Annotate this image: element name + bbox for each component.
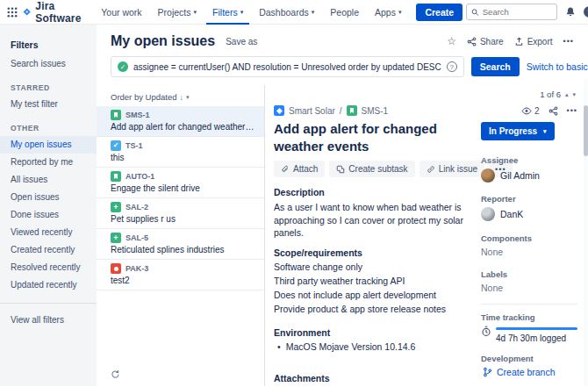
sidebar-item-resolved-recently[interactable]: Resolved recently	[0, 259, 97, 276]
story-icon	[347, 105, 357, 116]
share-button[interactable]: Share	[467, 37, 504, 47]
time-logged: 4d 7h 30m logged	[496, 333, 577, 343]
search-button[interactable]: Search	[471, 57, 520, 76]
chevron-down-icon: ▾	[194, 9, 197, 16]
page-more-icon[interactable]: •••	[563, 37, 574, 46]
chevron-down-icon: ▾	[312, 9, 315, 16]
next-issue-icon[interactable]: ▾	[572, 91, 576, 98]
sidebar-item-search-issues[interactable]: Search issues	[0, 55, 97, 73]
sidebar-item-reported-by-me[interactable]: Reported by me	[0, 154, 97, 171]
scope-heading: Scope/requirements	[274, 247, 474, 258]
git-branch-icon	[483, 367, 492, 377]
vertical-scrollbar[interactable]	[584, 79, 588, 386]
export-icon	[514, 37, 524, 47]
story-icon	[111, 171, 121, 182]
pagination-label: 1 of 6	[540, 90, 561, 99]
story-icon	[111, 110, 121, 120]
filters-sidebar: Filters Search issues STARRED My test fi…	[0, 25, 97, 386]
issue-card-sal-2[interactable]: +SAL-2 Pet supplies r us	[97, 198, 264, 229]
sidebar-item-my-open-issues[interactable]: My open issues	[0, 136, 97, 154]
notifications-icon[interactable]	[565, 6, 576, 18]
query-help-icon[interactable]: ?	[447, 61, 457, 72]
order-by-control[interactable]: Order by Updated ↓ ▾	[97, 90, 264, 106]
nav-people[interactable]: People	[324, 0, 365, 25]
sidebar-item-created-recently[interactable]: Created recently	[0, 241, 97, 259]
reporter-avatar	[481, 207, 495, 221]
export-button[interactable]: Export	[514, 37, 553, 47]
issue-card-sms-1[interactable]: SMS-1 Add app alert for changed weather …	[97, 106, 264, 137]
create-branch-link[interactable]: Create branch	[481, 367, 577, 377]
issue-detail-sidebar: In Progress ▾ Assignee Gil Admin Reporte…	[481, 116, 588, 386]
description-body[interactable]: As a user I want to know when bad weathe…	[274, 201, 474, 240]
nav-dashboards[interactable]: Dashboards▾	[253, 0, 320, 25]
status-dropdown[interactable]: In Progress ▾	[481, 122, 555, 140]
watchers-button[interactable]: 2	[521, 106, 540, 116]
refresh-icon[interactable]	[97, 364, 264, 386]
issue-card-sal-5[interactable]: +SAL-5 Reticulated splines industries	[97, 229, 264, 260]
assignee-value[interactable]: Gil Admin	[481, 168, 577, 183]
scope-item: Does not include app alert development	[274, 290, 474, 301]
nav-apps[interactable]: Apps▾	[369, 0, 407, 25]
sidebar-item-view-all-filters[interactable]: View all filters	[0, 312, 97, 329]
attach-button[interactable]: Attach	[274, 161, 325, 177]
sidebar-item-updated-recently[interactable]: Updated recently	[0, 276, 97, 294]
create-subtask-button[interactable]: Create subtask	[329, 161, 414, 177]
star-icon[interactable]: ☆	[447, 36, 456, 47]
previous-issue-icon[interactable]: ▴	[565, 91, 569, 98]
app-switcher-icon[interactable]	[7, 4, 18, 21]
issue-card-auto-1[interactable]: AUTO-1 Engage the silent drive	[97, 168, 264, 198]
chevron-down-icon: ▾	[240, 9, 244, 16]
sidebar-item-all-issues[interactable]: All issues	[0, 171, 97, 189]
link-icon	[427, 165, 435, 174]
reporter-value[interactable]: DanK	[481, 207, 577, 221]
sort-direction-icon[interactable]: ↓	[180, 93, 184, 102]
new-feature-icon: +	[111, 233, 121, 243]
sidebar-item-open-issues[interactable]: Open issues	[0, 189, 97, 206]
sidebar-item-viewed-recently[interactable]: Viewed recently	[0, 224, 97, 241]
sidebar-title: Filters	[0, 36, 97, 55]
switch-to-basic-link[interactable]: Switch to basic	[527, 61, 588, 72]
development-label: Development	[481, 354, 577, 363]
subtask-icon	[336, 165, 345, 174]
link-issue-button[interactable]: Link issue	[419, 161, 484, 177]
paperclip-icon	[281, 165, 290, 174]
time-tracking-progress-bar	[496, 327, 577, 330]
save-as-button[interactable]: Save as	[226, 37, 257, 47]
issue-detail-panel: 1 of 6 ▴ ▾ Smart Solar / SMS-1	[265, 85, 588, 386]
issue-card-pak-3[interactable]: PAK-3 test2	[97, 260, 264, 290]
share-icon[interactable]	[549, 106, 558, 116]
global-search[interactable]	[466, 4, 557, 20]
top-navigation: Jira Software Your work Projects▾ Filter…	[0, 0, 588, 25]
breadcrumb-project[interactable]: Smart Solar	[289, 106, 335, 116]
breadcrumb-issue-key[interactable]: SMS-1	[362, 106, 389, 116]
sidebar-item-done-issues[interactable]: Done issues	[0, 206, 97, 224]
environment-heading: Environment	[274, 327, 474, 338]
sidebar-heading-other: OTHER	[0, 113, 97, 136]
components-value[interactable]: None	[481, 247, 577, 257]
task-icon: ✓	[111, 140, 121, 151]
environment-item: • MacOS Mojave Version 10.14.6	[274, 341, 474, 352]
jql-input[interactable]: ✓ assignee = currentUser() AND resolutio…	[111, 56, 464, 77]
nav-filters[interactable]: Filters▾	[206, 0, 249, 25]
chevron-down-icon[interactable]: ▾	[186, 94, 190, 101]
search-input[interactable]	[483, 7, 552, 17]
scrollbar-thumb[interactable]	[584, 105, 588, 156]
issue-card-ts-1[interactable]: ✓TS-1 this	[97, 137, 264, 168]
help-icon[interactable]: ?	[584, 6, 588, 18]
chevron-down-icon: ▾	[543, 128, 547, 135]
assignee-avatar	[481, 168, 495, 183]
bug-icon	[111, 263, 121, 274]
nav-projects[interactable]: Projects▾	[152, 0, 203, 25]
nav-your-work[interactable]: Your work	[95, 0, 147, 25]
issue-more-icon[interactable]: •••	[567, 106, 577, 115]
jira-logo[interactable]: Jira Software	[21, 0, 91, 25]
time-tracking-value[interactable]: 4d 7h 30m logged	[481, 326, 577, 343]
jql-query-text[interactable]: assignee = currentUser() AND resolution …	[133, 62, 441, 72]
sidebar-item-my-test-filter[interactable]: My test filter	[0, 96, 97, 113]
issue-title: Add app alert for changed weather events	[274, 120, 474, 154]
app-name: Jira Software	[35, 0, 84, 25]
labels-value[interactable]: None	[481, 283, 577, 293]
page-header: My open issues Save as ☆ Share Export ••…	[97, 25, 588, 54]
components-label: Components	[481, 233, 577, 243]
create-button[interactable]: Create	[416, 4, 463, 21]
